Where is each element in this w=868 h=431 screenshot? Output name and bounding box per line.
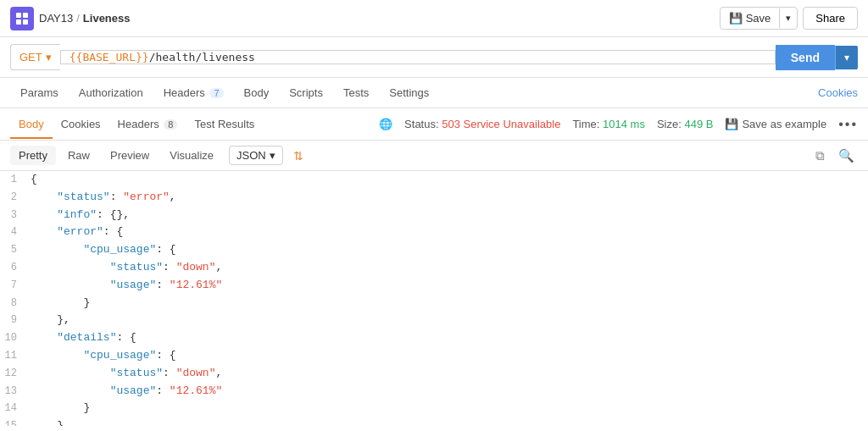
- req-tabs-right: Cookies: [818, 86, 858, 99]
- save-button[interactable]: 💾 Save: [721, 8, 780, 29]
- code-line-3: 3 "info": {},: [0, 207, 868, 224]
- svg-rect-1: [23, 13, 28, 18]
- tab-params[interactable]: Params: [10, 80, 69, 108]
- send-button[interactable]: Send: [776, 45, 835, 70]
- tab-headers[interactable]: Headers 7: [153, 80, 234, 108]
- tab-scripts[interactable]: Scripts: [279, 80, 333, 108]
- code-line-4: 4 "error": {: [0, 224, 868, 241]
- fmt-tab-pretty[interactable]: Pretty: [10, 146, 56, 165]
- format-dropdown[interactable]: JSON ▾: [229, 146, 283, 165]
- tab-tests[interactable]: Tests: [333, 80, 379, 108]
- top-bar: DAY13 / Liveness 💾 Save ▾ Share: [0, 0, 868, 37]
- code-line-12: 12 "status": "down",: [0, 365, 868, 383]
- save-icon: 💾: [729, 12, 743, 25]
- code-line-13: 13 "usage": "12.61%": [0, 383, 868, 401]
- response-body: 1 { 2 "status": "error", 3 "info": {}, 4…: [0, 171, 868, 426]
- breadcrumb: DAY13 / Liveness: [39, 12, 131, 25]
- method-select[interactable]: GET ▾: [10, 44, 60, 70]
- breadcrumb-workspace[interactable]: DAY13: [39, 12, 73, 25]
- code-line-2: 2 "status": "error",: [0, 189, 868, 207]
- breadcrumb-current: Liveness: [83, 12, 131, 25]
- globe-icon: 🌐: [379, 118, 392, 130]
- code-line-5: 5 "cpu_usage": {: [0, 241, 868, 259]
- fmt-tab-raw[interactable]: Raw: [59, 146, 98, 165]
- resp-tab-test-results[interactable]: Test Results: [186, 111, 263, 139]
- svg-rect-3: [23, 19, 28, 25]
- code-line-7: 7 "usage": "12.61%": [0, 277, 868, 295]
- code-line-8: 8 }: [0, 295, 868, 312]
- status-code: 503 Service Unavailable: [442, 118, 560, 130]
- url-base-text: {{BASE_URL}}: [70, 51, 149, 64]
- search-icon[interactable]: 🔍: [835, 146, 858, 165]
- code-line-10: 10 "details": {: [0, 329, 868, 347]
- send-dropdown-button[interactable]: ▾: [835, 46, 858, 69]
- copy-icon[interactable]: ⧉: [812, 146, 828, 165]
- tab-settings[interactable]: Settings: [379, 80, 439, 108]
- format-dropdown-icon: ▾: [270, 149, 275, 162]
- save-as-example-button[interactable]: 💾 Save as example: [725, 118, 826, 130]
- response-tabs: Body Cookies Headers 8 Test Results 🌐 St…: [0, 108, 868, 141]
- save-example-icon: 💾: [725, 118, 738, 130]
- code-line-14: 14 }: [0, 400, 868, 417]
- size-label: Size: 449 B: [657, 118, 714, 130]
- format-bar-right: ⧉ 🔍: [812, 146, 858, 165]
- svg-rect-2: [16, 19, 21, 25]
- format-bar: Pretty Raw Preview Visualize JSON ▾ ⇅ ⧉ …: [0, 141, 868, 171]
- code-line-1: 1 {: [0, 171, 868, 189]
- cookies-link[interactable]: Cookies: [818, 86, 858, 99]
- fmt-tab-preview[interactable]: Preview: [102, 146, 158, 165]
- fmt-tab-visualize[interactable]: Visualize: [161, 146, 222, 165]
- code-line-11: 11 "cpu_usage": {: [0, 347, 868, 365]
- resp-tab-headers[interactable]: Headers 8: [109, 111, 186, 139]
- send-button-group[interactable]: Send ▾: [776, 45, 858, 70]
- tab-authorization[interactable]: Authorization: [69, 80, 153, 108]
- url-bar: GET ▾ {{BASE_URL}}/health/liveness Send …: [0, 37, 868, 78]
- time-label: Time: 1014 ms: [572, 118, 645, 130]
- top-bar-actions: 💾 Save ▾ Share: [720, 7, 858, 30]
- breadcrumb-separator: /: [76, 12, 80, 25]
- logo-icon: [10, 7, 34, 30]
- save-dropdown-button[interactable]: ▾: [779, 8, 797, 28]
- resp-tab-body[interactable]: Body: [10, 111, 53, 139]
- size-value: 449 B: [684, 118, 713, 130]
- code-line-15: 15 }: [0, 417, 868, 426]
- tab-body[interactable]: Body: [234, 80, 280, 108]
- code-line-6: 6 "status": "down",: [0, 259, 868, 277]
- code-line-9: 9 },: [0, 312, 868, 329]
- response-status-bar: 🌐 Status: 503 Service Unavailable Time: …: [379, 117, 858, 132]
- filter-icon[interactable]: ⇅: [293, 149, 303, 163]
- more-options-button[interactable]: •••: [838, 117, 858, 132]
- status-label: Status: 503 Service Unavailable: [404, 118, 560, 130]
- url-path-text: /health/liveness: [149, 51, 255, 64]
- request-tabs: Params Authorization Headers 7 Body Scri…: [0, 78, 868, 108]
- save-button-group[interactable]: 💾 Save ▾: [720, 7, 798, 30]
- resp-tab-cookies[interactable]: Cookies: [53, 111, 109, 139]
- breadcrumb-area: DAY13 / Liveness: [10, 7, 131, 30]
- share-button[interactable]: Share: [803, 7, 858, 30]
- time-value: 1014 ms: [603, 118, 645, 130]
- svg-rect-0: [16, 13, 21, 18]
- method-dropdown-icon: ▾: [46, 51, 52, 64]
